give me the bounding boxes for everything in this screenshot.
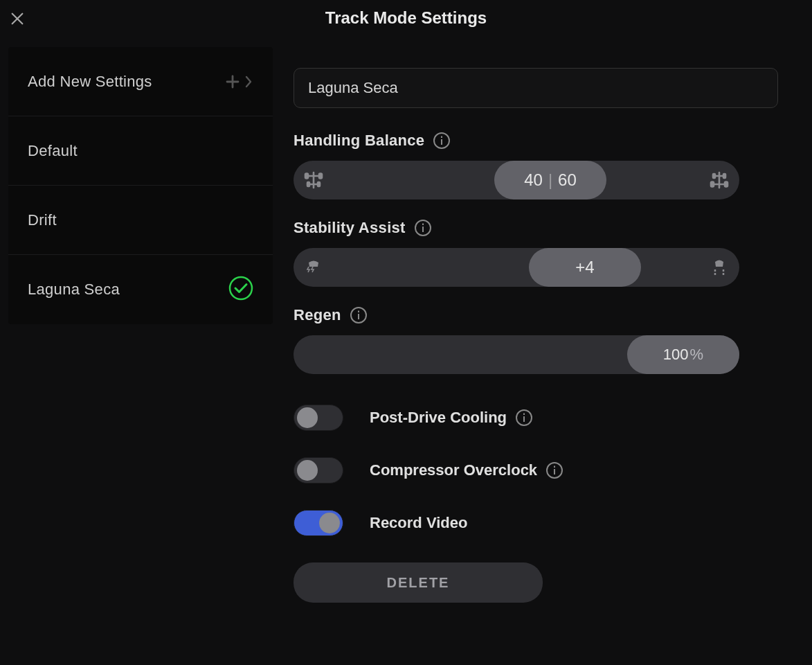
handling-balance-slider[interactable]: 40 | 60: [294, 161, 739, 200]
svg-rect-34: [554, 469, 555, 475]
svg-rect-23: [422, 227, 424, 232]
stability-assist-thumb[interactable]: +4: [529, 248, 641, 287]
regen-label: Regen: [294, 306, 341, 324]
svg-rect-7: [441, 136, 442, 139]
settings-panel: Handling Balance: [294, 68, 778, 603]
sidebar-item-label: Laguna Seca: [28, 281, 120, 299]
stability-assist-section: Stability Assist +4: [294, 219, 778, 287]
profiles-sidebar: Add New Settings Default Drift Laguna Se…: [8, 47, 273, 324]
car-skid-icon: [303, 257, 324, 278]
regen-section: Regen 100%: [294, 306, 778, 374]
stability-assist-slider[interactable]: +4: [294, 248, 739, 287]
stability-assist-label: Stability Assist: [294, 219, 406, 237]
svg-rect-28: [358, 314, 359, 319]
rear-axle-icon: [709, 170, 730, 190]
info-icon[interactable]: [433, 132, 451, 150]
plus-icon: [224, 73, 241, 90]
regen-thumb[interactable]: 100%: [627, 335, 739, 374]
page-title: Track Mode Settings: [0, 8, 812, 28]
svg-rect-17: [713, 174, 715, 178]
add-icons: [224, 73, 253, 90]
compressor-overclock-toggle[interactable]: [294, 457, 343, 484]
front-axle-icon: [303, 170, 324, 190]
profile-name-input[interactable]: [294, 68, 778, 108]
sidebar-item-drift[interactable]: Drift: [8, 186, 273, 255]
info-icon[interactable]: [350, 306, 368, 324]
regen-value: 100: [663, 346, 689, 364]
sidebar-item-label: Drift: [28, 211, 57, 229]
svg-rect-14: [318, 182, 320, 186]
delete-button[interactable]: DELETE: [294, 562, 543, 603]
sidebar-item-laguna-seca[interactable]: Laguna Seca: [8, 255, 273, 324]
record-video-label: Record Video: [370, 514, 467, 532]
record-video-toggle[interactable]: [294, 510, 343, 536]
delete-label: DELETE: [387, 575, 450, 591]
svg-rect-13: [307, 182, 309, 186]
info-icon[interactable]: [414, 219, 432, 237]
post-drive-cooling-row: Post-Drive Cooling: [294, 405, 778, 431]
info-icon[interactable]: [545, 461, 563, 479]
svg-rect-10: [305, 174, 308, 179]
info-icon[interactable]: [515, 409, 533, 427]
car-straight-icon: [709, 257, 730, 278]
svg-rect-31: [523, 416, 525, 422]
svg-rect-21: [725, 182, 728, 187]
sidebar-add-label: Add New Settings: [28, 73, 152, 91]
handling-balance-thumb[interactable]: 40 | 60: [494, 161, 606, 200]
svg-rect-6: [441, 139, 442, 145]
checkmark-icon: [228, 276, 253, 303]
handling-rear-value: 60: [558, 170, 577, 190]
svg-rect-11: [319, 174, 322, 179]
compressor-overclock-row: Compressor Overclock: [294, 457, 778, 484]
post-drive-cooling-toggle[interactable]: [294, 405, 343, 431]
regen-unit: %: [690, 346, 704, 364]
svg-rect-35: [554, 466, 555, 468]
svg-rect-24: [422, 224, 424, 226]
compressor-overclock-label: Compressor Overclock: [370, 461, 537, 479]
sidebar-add-new[interactable]: Add New Settings: [8, 47, 273, 116]
svg-rect-32: [523, 414, 525, 416]
split-separator: |: [548, 170, 552, 190]
svg-rect-20: [711, 182, 714, 187]
post-drive-cooling-label: Post-Drive Cooling: [370, 409, 507, 427]
sidebar-item-label: Default: [28, 142, 78, 160]
handling-front-value: 40: [524, 170, 543, 190]
svg-rect-18: [723, 174, 725, 178]
stability-value: +4: [575, 258, 594, 277]
handling-balance-label: Handling Balance: [294, 132, 424, 150]
regen-slider[interactable]: 100%: [294, 335, 739, 374]
handling-balance-section: Handling Balance: [294, 132, 778, 200]
svg-rect-29: [358, 311, 359, 313]
chevron-right-icon: [244, 76, 253, 88]
svg-point-4: [230, 277, 252, 299]
sidebar-item-default[interactable]: Default: [8, 116, 273, 186]
record-video-row: Record Video: [294, 510, 778, 536]
